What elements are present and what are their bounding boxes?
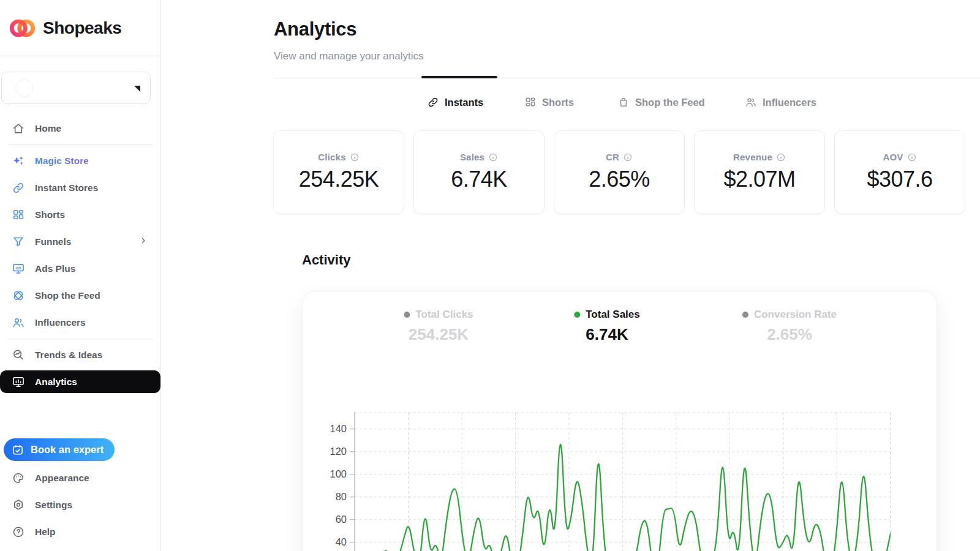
stat-card-cr: CR 2.65% — [554, 130, 685, 214]
tab-label: Shop the Feed — [635, 97, 705, 108]
shopeaks-logo-icon — [9, 16, 37, 40]
sidebar-item-magic-store[interactable]: Magic Store — [0, 148, 160, 174]
legend-conversion-rate[interactable]: Conversion Rate 2.65% — [742, 309, 837, 344]
svg-text:100: 100 — [330, 468, 347, 479]
legend-dot — [742, 312, 748, 318]
legend-label: Total Clicks — [415, 309, 473, 321]
stat-value: $2.07M — [723, 167, 795, 192]
question-circle-icon — [11, 525, 26, 539]
legend-value: 254.25K — [404, 325, 473, 344]
palette-icon — [11, 471, 26, 485]
stat-value: 6.74K — [451, 167, 507, 192]
ad-monitor-icon: AD — [11, 261, 26, 276]
people-icon — [744, 96, 757, 109]
funnel-icon — [11, 234, 26, 249]
sidebar-item-label: Ads Plus — [35, 263, 75, 274]
svg-text:80: 80 — [336, 491, 347, 502]
stat-label: Sales — [460, 152, 484, 162]
trends-magnifier-icon — [11, 348, 26, 362]
grid-icon — [524, 96, 537, 109]
sidebar-item-help[interactable]: Help — [0, 519, 160, 545]
tab-shop-the-feed[interactable]: Shop the Feed — [617, 92, 705, 112]
stat-value: 254.25K — [299, 167, 379, 192]
knot-icon — [11, 288, 26, 303]
legend-label: Conversion Rate — [754, 309, 837, 321]
sidebar-item-trends-ideas[interactable]: Trends & Ideas — [0, 342, 160, 369]
tab-instants[interactable]: Instants — [426, 92, 483, 112]
tab-label: Influencers — [763, 97, 816, 108]
sidebar-item-analytics[interactable]: Analytics — [0, 370, 160, 393]
sidebar-item-instant-stores[interactable]: Instant Stores — [0, 174, 160, 201]
stat-label: CR — [606, 152, 619, 162]
page-title: Analytics — [274, 18, 356, 40]
divider — [7, 339, 153, 339]
sidebar-item-shorts[interactable]: Shorts — [0, 201, 160, 228]
info-icon[interactable] — [776, 152, 786, 162]
info-icon[interactable] — [623, 152, 633, 162]
analytics-tabs: Instants Shorts Shop the Feed Influencer… — [0, 92, 980, 113]
stat-card-aov: AOV $307.6 — [834, 130, 965, 214]
stat-value: $307.6 — [867, 167, 932, 192]
legend-total-sales[interactable]: Total Sales 6.74K — [574, 309, 640, 344]
sidebar-item-label: Trends & Ideas — [35, 350, 102, 361]
link-icon — [426, 96, 439, 109]
activity-chart-card: Total Clicks 254.25K Total Sales 6.74K C… — [302, 291, 937, 551]
sidebar-item-label: Home — [35, 123, 61, 134]
legend-label: Total Sales — [586, 309, 640, 321]
brand-logo: Shopeaks — [0, 0, 160, 56]
info-icon[interactable] — [350, 152, 360, 162]
active-tab-indicator — [421, 76, 497, 78]
sidebar-item-shop-the-feed[interactable]: Shop the Feed — [0, 282, 160, 309]
analytics-monitor-icon — [11, 375, 26, 389]
sidebar-item-funnels[interactable]: Funnels — [0, 228, 160, 255]
tab-label: Shorts — [542, 97, 574, 108]
activity-section-title: Activity — [302, 252, 350, 268]
info-icon[interactable] — [488, 152, 498, 162]
info-icon[interactable] — [907, 152, 917, 162]
sidebar-item-ads-plus[interactable]: AD Ads Plus — [0, 255, 160, 282]
tab-divider-line — [274, 78, 980, 78]
sidebar-item-label: Magic Store — [35, 156, 89, 167]
app: Shopeaks Home — [0, 0, 980, 551]
dropdown-corner-icon — [134, 86, 140, 92]
tab-influencers[interactable]: Influencers — [744, 92, 816, 112]
link-icon — [11, 181, 26, 195]
sidebar-item-home[interactable]: Home — [0, 115, 160, 142]
sidebar-item-influencers[interactable]: Influencers — [0, 309, 160, 336]
stat-label: Revenue — [733, 152, 772, 162]
sidebar-item-label: Help — [35, 527, 56, 538]
stat-card-clicks: Clicks 254.25K — [273, 130, 404, 214]
sidebar: Shopeaks Home — [0, 0, 161, 551]
stat-card-sales: Sales 6.74K — [413, 130, 545, 214]
hex-gear-icon — [11, 498, 26, 512]
sidebar-item-label: Instant Stores — [35, 182, 98, 193]
tab-shorts[interactable]: Shorts — [524, 92, 574, 112]
sidebar-item-label: Shorts — [35, 209, 65, 220]
stats-row: Clicks 254.25K Sales 6.74K CR 2.65% — [273, 130, 965, 214]
legend-total-clicks[interactable]: Total Clicks 254.25K — [404, 309, 473, 344]
sidebar-nav: Home Magic Store Instant — [0, 115, 160, 393]
svg-text:120: 120 — [330, 446, 347, 457]
chevron-right-icon — [138, 236, 148, 248]
tab-label: Instants — [445, 97, 483, 108]
people-icon — [11, 315, 26, 330]
svg-text:140: 140 — [330, 423, 347, 434]
activity-line-chart: 140120100806040 — [312, 412, 891, 551]
sidebar-item-label: Appearance — [35, 473, 89, 484]
sidebar-item-appearance[interactable]: Appearance — [0, 465, 160, 492]
book-an-expert-button[interactable]: Book an expert — [4, 438, 115, 461]
calendar-check-icon — [12, 444, 24, 456]
stat-value: 2.65% — [589, 167, 650, 192]
sidebar-item-label: Funnels — [35, 236, 71, 247]
book-an-expert-label: Book an expert — [31, 444, 104, 455]
divider — [7, 144, 153, 145]
sidebar-item-settings[interactable]: Settings — [0, 492, 160, 519]
svg-text:60: 60 — [336, 514, 347, 525]
sidebar-item-label: Settings — [35, 500, 72, 511]
legend-value: 2.65% — [742, 325, 837, 344]
legend-dot — [404, 312, 410, 318]
svg-text:40: 40 — [336, 536, 347, 547]
svg-text:AD: AD — [16, 266, 21, 270]
page-subtitle: View and manage your analytics — [274, 50, 423, 62]
sparkles-icon — [11, 154, 26, 168]
